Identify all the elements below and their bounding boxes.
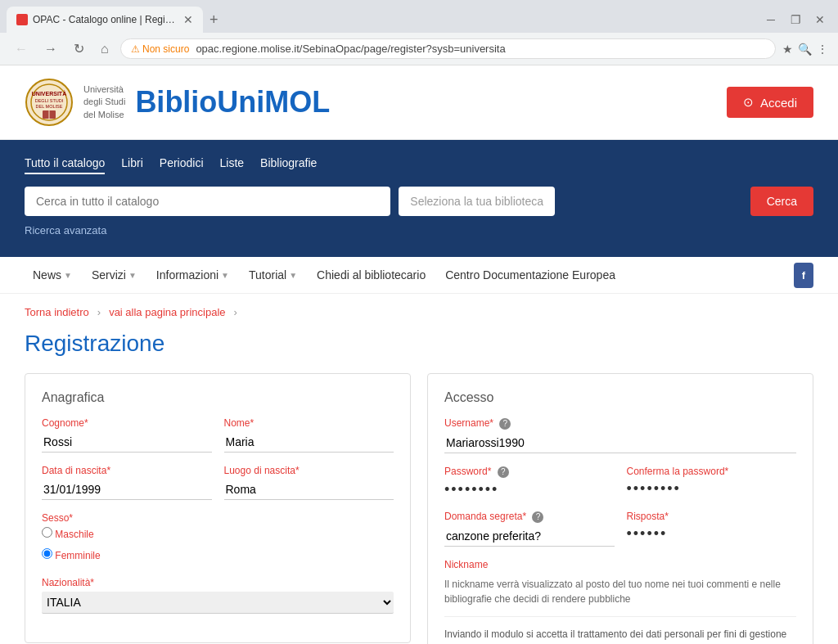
sesso-femminile-label[interactable]: Femminile [42,548,394,561]
accedi-button[interactable]: ⊙ Accedi [727,87,813,118]
browser-nav: ← → ↻ ⌂ ⚠ Non sicuro opac.regione.molise… [0,33,838,65]
forward-button[interactable]: → [39,38,62,60]
nav-item-cde[interactable]: Centro Documentazione Europea [437,257,624,293]
username-group: Username* ? [444,417,796,453]
sesso-label: Sesso* [42,512,394,524]
main-content: Registrazione Anagrafica Cognome* Nome* [0,322,838,644]
risposta-group: Risposta* •••••• [627,511,797,547]
home-link[interactable]: vai alla pagina principale [109,306,225,318]
bookmark-icon[interactable]: ★ [782,43,793,56]
sesso-radio-group: Maschile Femminile [42,527,394,565]
accesso-section: Accesso Username* ? [427,373,813,644]
username-label: Username* ? [444,417,796,430]
form-layout: Anagrafica Cognome* Nome* Data [25,373,813,644]
nav-bibliografie[interactable]: Bibliografie [260,156,317,174]
accedi-icon: ⊙ [743,95,754,110]
anagrafica-section: Anagrafica Cognome* Nome* Data [25,373,411,643]
close-button[interactable]: ✕ [809,8,831,31]
domanda-help-icon[interactable]: ? [532,511,543,523]
search-nav: Tutto il catalogo Libri Periodici Liste … [25,156,813,174]
accesso-title: Accesso [444,390,796,405]
cognome-input[interactable] [42,432,212,453]
svg-text:DEGLI STUDI: DEGLI STUDI [35,98,64,103]
gender-row: Sesso* Maschile Femminile [42,512,394,565]
home-button[interactable]: ⌂ [96,38,114,60]
new-tab-button[interactable]: + [203,8,225,32]
svg-text:DEL MOLISE: DEL MOLISE [36,104,63,109]
tab-bar: OPAC - Catalogo online | Regist... ✕ + ─… [0,0,838,33]
risposta-label: Risposta* [627,511,797,522]
library-select[interactable]: Seleziona la tua biblioteca [399,187,555,216]
cognome-label: Cognome* [42,417,212,429]
data-nascita-label: Data di nascita* [42,465,212,476]
nav-item-servizi[interactable]: Servizi ▼ [83,257,145,293]
domanda-segreta-label: Domanda segreta* ? [444,511,615,523]
nav-liste[interactable]: Liste [220,156,245,174]
back-button[interactable]: ← [10,38,33,60]
nav-cde-label: Centro Documentazione Europea [445,268,615,281]
secret-row: Domanda segreta* ? Risposta* •••••• [444,511,796,547]
nav-tutorial-label: Tutorial [249,268,286,281]
logo-area: UNIVERSITÀ DEGLI STUDI DEL MOLISE Univer… [25,78,330,127]
search-row: Seleziona la tua biblioteca Cerca [25,187,813,216]
conferma-password-dots: •••••••• [627,480,797,498]
privacy-text-1: Inviando il modulo si accetta il trattam… [444,627,796,644]
nav-periodici[interactable]: Periodici [160,156,204,174]
nickname-info: Il nickname verrà visualizzato al posto … [444,577,796,606]
sesso-maschile-label[interactable]: Maschile [42,527,394,540]
nav-tutto-catalogo[interactable]: Tutto il catalogo [25,156,105,174]
advanced-search-link[interactable]: Ricerca avanzata [25,224,106,236]
site-title: BiblioUniMOL [135,85,330,119]
tab-close-button[interactable]: ✕ [183,13,193,26]
data-nascita-input[interactable] [42,480,212,500]
nav-informazioni-chevron: ▼ [221,271,229,280]
facebook-button[interactable]: f [794,263,813,288]
maximize-button[interactable]: ❐ [784,8,807,31]
luogo-nascita-label: Luogo di nascita* [224,465,394,476]
tab-favicon [16,14,28,25]
nav-item-news[interactable]: News ▼ [25,257,80,293]
nav-tutorial-chevron: ▼ [289,271,297,280]
sesso-femminile-text: Femminile [55,550,100,561]
browser-icons: ★ 🔍 ⋮ [782,43,828,56]
sesso-group: Sesso* Maschile Femminile [42,512,394,565]
search-button[interactable]: Cerca [750,187,813,216]
breadcrumb: Torna indietro › vai alla pagina princip… [0,294,838,322]
nav-menu: News ▼ Servizi ▼ Informazioni ▼ Tutorial… [0,257,838,294]
nav-item-bibliotecario[interactable]: Chiedi al bibliotecario [309,257,434,293]
back-link[interactable]: Torna indietro [25,306,89,318]
password-row: Password* ? •••••••• Conferma la passwor… [444,466,796,498]
menu-icon[interactable]: ⋮ [817,43,828,56]
anagrafica-title: Anagrafica [42,390,394,405]
active-tab[interactable]: OPAC - Catalogo online | Regist... ✕ [7,7,203,33]
password-dots: •••••••• [444,481,615,498]
luogo-nascita-group: Luogo di nascita* [224,465,394,500]
nav-libri[interactable]: Libri [121,156,142,174]
nav-item-tutorial[interactable]: Tutorial ▼ [241,257,305,293]
nazionalita-select[interactable]: ITALIA [42,592,394,614]
minimize-button[interactable]: ─ [759,8,782,31]
username-row: Username* ? [444,417,796,453]
username-help-icon[interactable]: ? [499,418,511,430]
reload-button[interactable]: ↻ [69,38,89,60]
domanda-segreta-input[interactable] [444,526,615,547]
password-help-icon[interactable]: ? [498,466,509,478]
zoom-icon[interactable]: 🔍 [798,43,812,56]
risposta-dots: •••••• [627,525,797,543]
nome-group: Nome* [224,417,394,453]
site-header: UNIVERSITÀ DEGLI STUDI DEL MOLISE Univer… [0,65,838,140]
sesso-maschile-radio[interactable] [42,527,52,538]
address-bar[interactable]: ⚠ Non sicuro opac.regione.molise.it/Sebi… [120,38,776,59]
nav-news-label: News [33,268,61,281]
luogo-nascita-input[interactable] [224,480,394,500]
search-input[interactable] [25,187,390,216]
username-input[interactable] [444,433,796,453]
search-bar: Tutto il catalogo Libri Periodici Liste … [0,140,838,257]
sesso-femminile-radio[interactable] [42,548,52,559]
data-nascita-group: Data di nascita* [42,465,212,500]
nationality-row: Nazionalità* ITALIA [42,577,394,614]
nav-item-informazioni[interactable]: Informazioni ▼ [148,257,237,293]
form-left: Anagrafica Cognome* Nome* Data [25,373,411,644]
nome-input[interactable] [224,432,394,453]
nome-label: Nome* [224,417,394,429]
